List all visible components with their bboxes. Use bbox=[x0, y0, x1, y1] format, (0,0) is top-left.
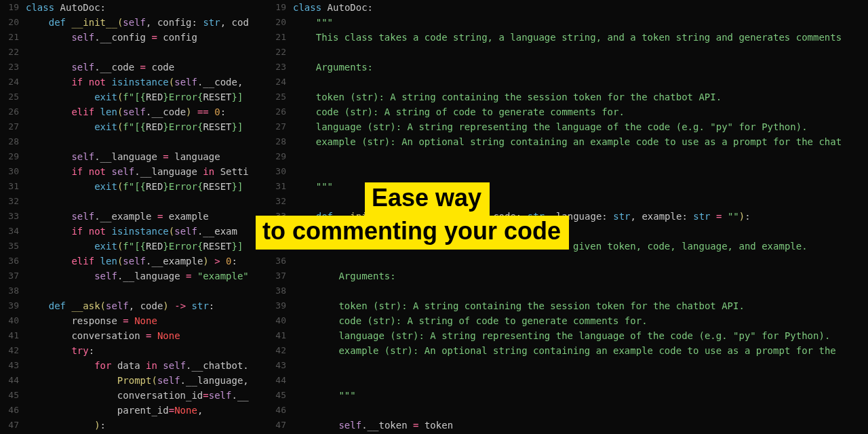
line-number: 33 bbox=[0, 209, 19, 224]
left-editor-pane[interactable]: 1920212223242526272829303132333435363738… bbox=[0, 0, 271, 434]
code-line[interactable]: conversation_id=self.__ bbox=[26, 388, 271, 403]
line-number: 38 bbox=[271, 283, 286, 298]
line-number: 27 bbox=[0, 119, 19, 134]
line-number: 32 bbox=[271, 194, 286, 209]
code-line[interactable]: if not self.__language in Setti bbox=[26, 164, 271, 179]
code-line[interactable]: """ bbox=[293, 15, 868, 30]
banner-line-2: to commenting your code bbox=[256, 216, 569, 250]
line-number: 38 bbox=[0, 283, 19, 298]
line-number: 44 bbox=[271, 373, 286, 388]
line-number: 35 bbox=[0, 239, 19, 254]
line-number: 28 bbox=[0, 134, 19, 149]
line-number: 43 bbox=[271, 358, 286, 373]
code-line[interactable] bbox=[26, 134, 271, 149]
code-line[interactable]: language (str): A string representing th… bbox=[293, 328, 868, 343]
line-number: 20 bbox=[0, 15, 19, 30]
code-line[interactable]: code (str): A string of code to generate… bbox=[293, 313, 868, 328]
code-line[interactable]: code (str): A string of code to generate… bbox=[293, 104, 868, 119]
line-number: 41 bbox=[0, 328, 19, 343]
line-number: 30 bbox=[0, 164, 19, 179]
line-number: 36 bbox=[271, 254, 286, 269]
code-line[interactable]: token (str): A string containing the ses… bbox=[293, 90, 868, 104]
line-number: 46 bbox=[0, 403, 19, 418]
line-number: 42 bbox=[0, 343, 19, 358]
code-line[interactable]: exit(f"[{RED}Error{RESET}] bbox=[26, 90, 271, 104]
code-line[interactable] bbox=[26, 45, 271, 60]
code-line[interactable]: def __ask(self, code) -> str: bbox=[26, 298, 271, 313]
line-number: 40 bbox=[271, 313, 286, 328]
code-line[interactable]: response = None bbox=[26, 313, 271, 328]
code-line[interactable] bbox=[293, 373, 868, 388]
line-number: 25 bbox=[0, 90, 19, 104]
code-line[interactable]: self.__code = code bbox=[26, 60, 271, 75]
code-line[interactable]: token (str): A string containing the ses… bbox=[293, 298, 868, 313]
line-number: 19 bbox=[271, 0, 286, 15]
code-line[interactable]: This class takes a code string, a langua… bbox=[293, 30, 868, 45]
code-line[interactable]: elif len(self.__code) == 0: bbox=[26, 104, 271, 119]
line-number: 23 bbox=[0, 60, 19, 75]
line-number: 44 bbox=[0, 373, 19, 388]
line-number: 24 bbox=[271, 75, 286, 90]
code-line[interactable]: Arguments: bbox=[293, 269, 868, 283]
code-line[interactable] bbox=[293, 403, 868, 418]
line-number: 42 bbox=[271, 343, 286, 358]
code-line[interactable]: parent_id=None, bbox=[26, 403, 271, 418]
line-number: 37 bbox=[271, 269, 286, 283]
line-number: 39 bbox=[0, 298, 19, 313]
code-line[interactable]: class AutoDoc: bbox=[293, 0, 868, 15]
code-line[interactable]: self.__language = "example" bbox=[26, 269, 271, 283]
code-line[interactable]: Prompt(self.__language, bbox=[26, 373, 271, 388]
code-line[interactable] bbox=[293, 45, 868, 60]
code-line[interactable]: for data in self.__chatbot. bbox=[26, 358, 271, 373]
line-number: 24 bbox=[0, 75, 19, 90]
code-line[interactable]: exit(f"[{RED}Error{RESET}] bbox=[26, 239, 271, 254]
code-line[interactable]: class AutoDoc: bbox=[26, 0, 271, 15]
code-line[interactable] bbox=[26, 194, 271, 209]
code-line[interactable] bbox=[26, 283, 271, 298]
line-number: 23 bbox=[271, 60, 286, 75]
code-line[interactable]: if not isinstance(self.__exam bbox=[26, 224, 271, 239]
line-number: 46 bbox=[271, 403, 286, 418]
code-line[interactable] bbox=[293, 75, 868, 90]
line-number: 29 bbox=[0, 149, 19, 164]
line-number: 26 bbox=[0, 104, 19, 119]
line-number: 40 bbox=[0, 313, 19, 328]
line-number: 43 bbox=[0, 358, 19, 373]
code-line[interactable] bbox=[293, 254, 868, 269]
line-number: 25 bbox=[271, 90, 286, 104]
code-line[interactable]: self.__config = config bbox=[26, 30, 271, 45]
code-line[interactable]: """ bbox=[293, 388, 868, 403]
line-number: 26 bbox=[271, 104, 286, 119]
code-line[interactable]: try: bbox=[26, 343, 271, 358]
code-line[interactable] bbox=[293, 149, 868, 164]
code-line[interactable]: example (str): An optional string contai… bbox=[293, 134, 868, 149]
code-line[interactable] bbox=[293, 358, 868, 373]
line-number: 34 bbox=[0, 224, 19, 239]
code-line[interactable]: example (str): An optional string contai… bbox=[293, 343, 868, 358]
code-line[interactable]: exit(f"[{RED}Error{RESET}] bbox=[26, 179, 271, 194]
line-number: 47 bbox=[271, 418, 286, 433]
left-code[interactable]: class AutoDoc: def __init__(self, config… bbox=[26, 0, 271, 434]
code-line[interactable]: if not isinstance(self.__code, bbox=[26, 75, 271, 90]
line-number: 21 bbox=[271, 30, 286, 45]
line-number: 22 bbox=[0, 45, 19, 60]
code-line[interactable]: language (str): A string representing th… bbox=[293, 119, 868, 134]
line-number: 45 bbox=[271, 388, 286, 403]
code-line[interactable] bbox=[293, 164, 868, 179]
line-number: 41 bbox=[271, 328, 286, 343]
code-line[interactable]: exit(f"[{RED}Error{RESET}] bbox=[26, 119, 271, 134]
line-number: 32 bbox=[0, 194, 19, 209]
code-line[interactable]: Arguments: bbox=[293, 60, 868, 75]
code-line[interactable]: conversation = None bbox=[26, 328, 271, 343]
line-number: 20 bbox=[271, 15, 286, 30]
code-line[interactable]: ): bbox=[26, 418, 271, 433]
line-number: 28 bbox=[271, 134, 286, 149]
code-line[interactable]: self.__example = example bbox=[26, 209, 271, 224]
line-number: 30 bbox=[271, 164, 286, 179]
code-line[interactable]: self.__token = token bbox=[293, 418, 868, 433]
code-line[interactable]: self.__language = language bbox=[26, 149, 271, 164]
code-line[interactable]: elif len(self.__example) > 0: bbox=[26, 254, 271, 269]
line-number: 27 bbox=[271, 119, 286, 134]
code-line[interactable] bbox=[293, 283, 868, 298]
code-line[interactable]: def __init__(self, config: str, cod bbox=[26, 15, 271, 30]
